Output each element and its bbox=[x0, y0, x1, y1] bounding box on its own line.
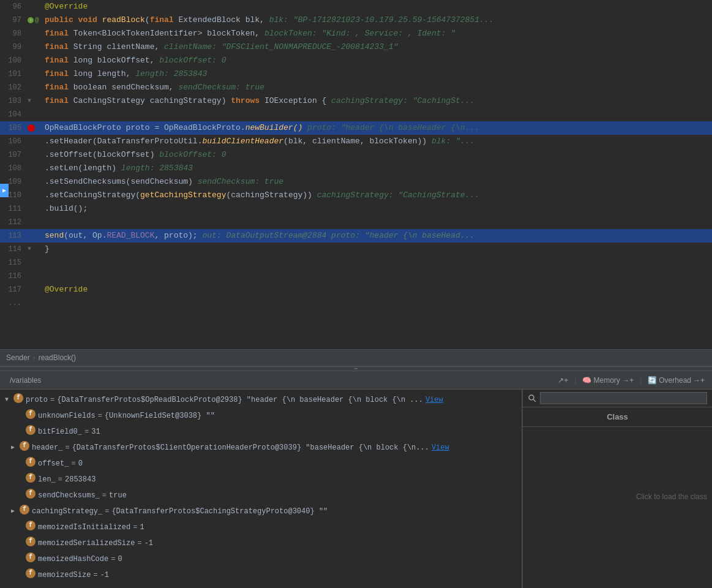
var-row-proto[interactable]: ▼ f proto = {DataTransferProtos$OpReadBl… bbox=[0, 392, 522, 408]
var-value-header: {DataTransferProtos$ClientOperationHeade… bbox=[72, 441, 429, 454]
var-expand-header[interactable]: ▶ bbox=[11, 441, 20, 454]
var-row-sendChecksums[interactable]: ▶ f sendChecksums_ = true bbox=[0, 488, 522, 503]
line-num-96: 96 bbox=[0, 0, 28, 13]
var-icon-offset: f bbox=[26, 457, 36, 467]
code-content-114: } bbox=[42, 243, 712, 256]
var-name-header: header_ bbox=[32, 441, 62, 454]
line-num-112: 112 bbox=[0, 216, 28, 229]
code-lines: 96 @Override 97 ↑ @ public void readBloc… bbox=[0, 0, 712, 310]
line-num-103: 103 bbox=[0, 94, 28, 108]
var-row-memoizedHashCode[interactable]: ▶ f memoizedHashCode = 0 bbox=[0, 551, 522, 567]
var-name-sendChecksums: sendChecksums_ bbox=[38, 489, 100, 502]
var-expand-cachingStrategy[interactable]: ▶ bbox=[11, 505, 20, 518]
line-num-108: 108 bbox=[0, 162, 28, 175]
code-line-109: 109 .setSendChecksums(sendChecksum) send… bbox=[0, 175, 712, 189]
breadcrumb-sender[interactable]: Sender bbox=[6, 353, 30, 362]
var-value-memoizedSize: -1 bbox=[100, 568, 109, 582]
line-num-116: 116 bbox=[0, 270, 28, 283]
code-content-113: send(out, Op.READ_BLOCK, proto); out: Da… bbox=[42, 229, 712, 243]
code-content-97: public void readBlock(final ExtendedBloc… bbox=[42, 13, 712, 27]
code-content-108: .setLen(length) length: 2853843 bbox=[42, 162, 712, 175]
code-content-101: final long length, length: 2853843 bbox=[42, 67, 712, 81]
code-line-103: 103 ▼ final CachingStrategy cachingStrat… bbox=[0, 94, 712, 108]
code-line-112: 112 bbox=[0, 216, 712, 229]
code-line-111: 111 .build(); bbox=[0, 202, 712, 216]
var-value-offset: 0 bbox=[78, 457, 83, 470]
at-icon: @ bbox=[35, 13, 39, 27]
current-line-marker: ▶ bbox=[0, 184, 9, 197]
var-icon-unknownFields: f bbox=[26, 409, 36, 419]
class-panel: Class Click to load the class https://bl… bbox=[522, 390, 712, 588]
var-row-memoizedSerializedSize[interactable]: ▶ f memoizedSerializedSize = -1 bbox=[0, 535, 522, 551]
fold-icon[interactable]: ▼ bbox=[28, 94, 31, 108]
code-content-110: .setCachingStrategy(getCachingStrategy(c… bbox=[42, 189, 712, 202]
class-search-input[interactable] bbox=[540, 392, 707, 404]
line-num-104: 104 bbox=[0, 108, 28, 121]
line-num-118: ... bbox=[0, 296, 28, 310]
variables-tab[interactable]: /variables bbox=[5, 374, 46, 386]
var-name-unknownFields: unknownFields bbox=[38, 409, 96, 423]
code-line-117: 117 @Override bbox=[0, 283, 712, 296]
code-content-102: final boolean sendChecksum, sendChecksum… bbox=[42, 81, 712, 94]
class-load-hint-container: Click to load the class bbox=[636, 492, 707, 502]
code-content-106: .setHeader(DataTransferProtoUtil.buildCl… bbox=[42, 135, 712, 148]
var-row-offset[interactable]: ▶ f offset_ = 0 bbox=[0, 456, 522, 472]
overhead-label: Overhead bbox=[659, 376, 691, 385]
gutter-105 bbox=[28, 124, 42, 132]
line-num-105: 105 bbox=[0, 121, 28, 135]
var-icon-bitField0: f bbox=[26, 425, 36, 435]
overhead-icon: 🔄 bbox=[648, 376, 657, 385]
code-line-101: 101 final long length, length: 2853843 bbox=[0, 67, 712, 81]
variables-tab-label: /variables bbox=[10, 376, 41, 385]
var-expand-proto[interactable]: ▼ bbox=[5, 393, 13, 407]
var-value-proto: {DataTransferProtos$OpReadBlockProto@293… bbox=[57, 393, 423, 407]
var-value-memoizedSerializedSize: -1 bbox=[144, 537, 153, 550]
line-num-115: 115 bbox=[0, 256, 28, 270]
var-icon-cachingStrategy: f bbox=[20, 505, 29, 514]
line-num-101: 101 bbox=[0, 67, 28, 81]
code-line-99: 99 final String clientName, clientName: … bbox=[0, 40, 712, 54]
code-editor: 96 @Override 97 ↑ @ public void readBloc… bbox=[0, 0, 712, 349]
var-row-header[interactable]: ▶ f header_ = {DataTransferProtos$Client… bbox=[0, 440, 522, 456]
var-name-cachingStrategy: cachingStrategy_ bbox=[32, 505, 102, 518]
line-num-106: 106 bbox=[0, 135, 28, 148]
var-row-bitField0[interactable]: ▶ f bitField0_ = 31 bbox=[0, 424, 522, 440]
code-line-98: 98 final Token<BlockTokenIdentifier> blo… bbox=[0, 27, 712, 40]
line-num-117: 117 bbox=[0, 283, 28, 296]
memory-button[interactable]: 🧠 Memory →+ bbox=[580, 375, 636, 386]
code-content-105: OpReadBlockProto proto = OpReadBlockProt… bbox=[42, 121, 712, 135]
class-search-bar bbox=[523, 390, 712, 407]
breadcrumb-method[interactable]: readBlock() bbox=[39, 353, 76, 362]
code-content-99: final String clientName, clientName: "DF… bbox=[42, 40, 712, 54]
var-name-memoizedSerializedSize: memoizedSerializedSize bbox=[38, 537, 135, 550]
overhead-button[interactable]: 🔄 Overhead →+ bbox=[645, 375, 707, 386]
code-line-110: 110 .setCachingStrategy(getCachingStrate… bbox=[0, 189, 712, 202]
variables-panel[interactable]: ▼ f proto = {DataTransferProtos$OpReadBl… bbox=[0, 390, 522, 588]
var-row-len[interactable]: ▶ f len_ = 2853843 bbox=[0, 472, 522, 488]
var-row-unknownFields[interactable]: ▶ f unknownFields = {UnknownFieldSet@303… bbox=[0, 408, 522, 424]
var-row-memoizedSize[interactable]: ▶ f memoizedSize = -1 bbox=[0, 567, 522, 583]
code-line-96: 96 @Override bbox=[0, 0, 712, 13]
code-line-104: 104 bbox=[0, 108, 712, 121]
separator-1: | bbox=[574, 376, 576, 385]
gutter-103: ▼ bbox=[28, 94, 42, 108]
svg-point-0 bbox=[529, 395, 534, 400]
overhead-arrow: →+ bbox=[693, 376, 705, 385]
code-content-107: .setOffset(blockOffset) blockOffset: 0 bbox=[42, 148, 712, 162]
code-line-115: 115 bbox=[0, 256, 712, 270]
var-name-memoizedIsInitialized: memoizedIsInitialized bbox=[38, 521, 130, 534]
code-line-107: 107 .setOffset(blockOffset) blockOffset:… bbox=[0, 148, 712, 162]
var-value-sendChecksums: true bbox=[109, 489, 127, 502]
var-row-cachingStrategy[interactable]: ▶ f cachingStrategy_ = {DataTransferProt… bbox=[0, 503, 522, 519]
var-link-header[interactable]: View bbox=[432, 441, 449, 454]
var-name-memoizedHashCode: memoizedHashCode bbox=[38, 552, 108, 566]
var-name-proto: proto bbox=[26, 393, 48, 407]
expand-button[interactable]: ↗+ bbox=[555, 375, 571, 386]
breakpoint-icon bbox=[28, 124, 35, 132]
marker-icon: ▶ bbox=[2, 187, 6, 194]
var-row-memoizedIsInitialized[interactable]: ▶ f memoizedIsInitialized = 1 bbox=[0, 519, 522, 535]
fold-icon-114[interactable]: ▼ bbox=[28, 243, 31, 256]
search-icon bbox=[528, 394, 536, 402]
var-link-proto[interactable]: View bbox=[425, 393, 443, 407]
var-icon-memoizedSerializedSize: f bbox=[26, 537, 36, 546]
